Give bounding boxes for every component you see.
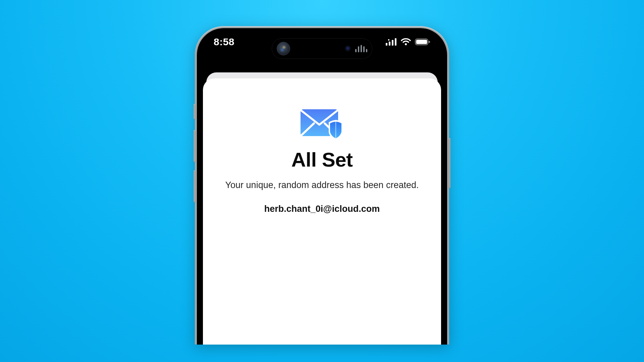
generated-email-address: herb.chant_0i@icloud.com [215,204,429,214]
svg-rect-7 [416,40,427,44]
svg-point-4 [388,39,389,41]
svg-point-5 [405,43,407,45]
camera-lens-icon [344,45,351,52]
sheet-subtitle: Your unique, random address has been cre… [215,180,429,190]
svg-rect-2 [392,40,393,46]
dynamic-island[interactable] [272,38,372,59]
volume-down-button [194,170,196,202]
battery-icon [415,38,430,46]
svg-rect-8 [429,41,430,43]
status-time: 8:58 [214,36,234,48]
svg-rect-3 [395,38,396,46]
audio-waveform-icon [355,45,367,52]
modal-sheet: All Set Your unique, random address has … [203,78,441,345]
svg-rect-1 [389,42,390,46]
now-playing-artwork-icon [277,42,290,55]
wifi-icon [401,38,411,46]
svg-rect-0 [386,43,387,46]
phone-bezel: 8:58 [197,28,447,345]
cellular-signal-icon [385,38,397,46]
hide-my-email-icon [299,107,345,140]
sheet-title: All Set [215,148,429,171]
phone-frame: 8:58 [195,26,449,345]
silent-switch [194,104,196,119]
power-button [448,138,450,188]
phone-screen: 8:58 [201,32,443,345]
volume-up-button [194,130,196,162]
